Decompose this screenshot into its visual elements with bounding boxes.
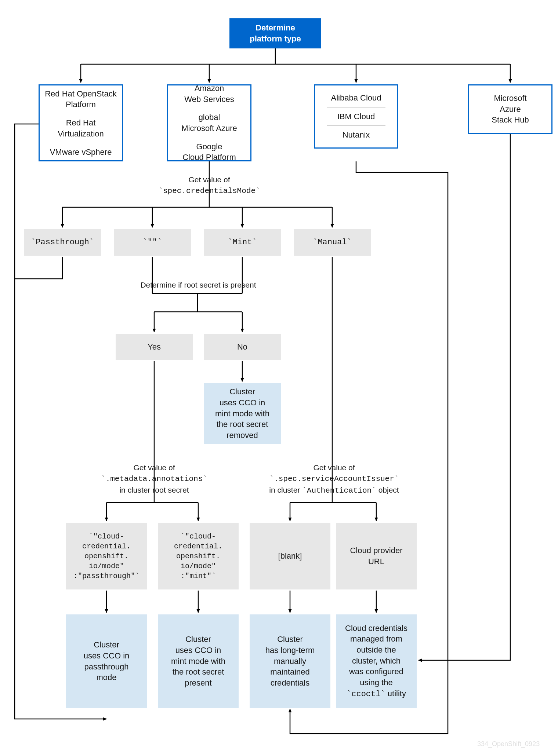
platform-other-0: Alibaba Cloud bbox=[331, 92, 381, 103]
platform-box-azurestack: Microsoft Azure Stack Hub bbox=[468, 84, 552, 134]
credmode-code: `spec.credentialsMode` bbox=[158, 187, 260, 195]
platform-cloud-2: Google Cloud Platform bbox=[182, 141, 236, 163]
platform-onprem-2: VMware vSphere bbox=[50, 147, 112, 158]
rootsecret-no-label: No bbox=[237, 342, 247, 353]
result-mint-present: Cluster uses CCO in mint mode with the r… bbox=[158, 614, 239, 708]
start-label: Determine platform type bbox=[250, 22, 301, 44]
result-mint-removed-text: Cluster uses CCO in mint mode with the r… bbox=[215, 386, 269, 441]
mode-empty-label: `""` bbox=[143, 237, 162, 248]
annotations-post: in cluster root secret bbox=[119, 486, 189, 494]
issuer-url-text: Cloud provider URL bbox=[350, 545, 402, 567]
rootsecret-yes: Yes bbox=[116, 334, 193, 360]
result-ccoctl-code: `ccoctl` bbox=[347, 690, 385, 699]
result-longterm: Cluster has long-term manually maintaine… bbox=[250, 614, 330, 708]
issuer-pre: Get value of bbox=[313, 463, 355, 472]
mode-empty: `""` bbox=[114, 229, 191, 256]
mode-manual-label: `Manual` bbox=[313, 237, 352, 248]
annot-mint-text: `"cloud- credential. openshift. io/mode"… bbox=[174, 532, 222, 581]
issuer-url: Cloud provider URL bbox=[336, 523, 417, 589]
mode-passthrough: `Passthrough` bbox=[24, 229, 101, 256]
result-mint-removed: Cluster uses CCO in mint mode with the r… bbox=[204, 383, 281, 444]
start-node: Determine platform type bbox=[229, 18, 321, 48]
platform-cloud-1: global Microsoft Azure bbox=[181, 112, 237, 134]
rootsecret-label: Determine if root secret is present bbox=[121, 280, 275, 290]
result-ccoctl-post: utility bbox=[385, 689, 406, 698]
mode-mint: `Mint` bbox=[204, 229, 281, 256]
credmode-label: Get value of `spec.credentialsMode` bbox=[147, 174, 272, 197]
result-longterm-text: Cluster has long-term manually maintaine… bbox=[265, 634, 315, 688]
issuer-blank: [blank] bbox=[250, 523, 330, 589]
platform-cloud-0: Amazon Web Services bbox=[184, 83, 234, 105]
annot-passthrough-text: `"cloud- credential. openshift. io/mode"… bbox=[73, 532, 140, 581]
platform-box-onprem: Red Hat OpenStack Platform Red Hat Virtu… bbox=[39, 84, 123, 161]
rootsecret-text: Determine if root secret is present bbox=[140, 281, 256, 289]
platform-azurestack: Microsoft Azure Stack Hub bbox=[492, 93, 529, 125]
watermark: 334_OpenShift_0923 bbox=[477, 740, 540, 748]
issuer-blank-text: [blank] bbox=[278, 551, 302, 562]
rootsecret-yes-label: Yes bbox=[148, 342, 161, 353]
issuer-post-code: `Authentication` bbox=[302, 486, 376, 495]
annot-passthrough: `"cloud- credential. openshift. io/mode"… bbox=[66, 523, 147, 589]
result-mint-present-text: Cluster uses CCO in mint mode with the r… bbox=[171, 634, 225, 688]
mode-mint-label: `Mint` bbox=[228, 237, 257, 248]
result-passthrough: Cluster uses CCO in passthrough mode bbox=[66, 614, 147, 708]
platform-box-cloud: Amazon Web Services global Microsoft Azu… bbox=[167, 84, 251, 161]
platform-onprem-1: Red Hat Virtualization bbox=[44, 117, 117, 139]
result-passthrough-text: Cluster uses CCO in passthrough mode bbox=[84, 639, 130, 683]
platform-other-2: Nutanix bbox=[343, 129, 370, 140]
annotations-label: Get value of `.metadata.annotations` in … bbox=[86, 462, 222, 495]
annotations-pre: Get value of bbox=[133, 463, 175, 472]
rootsecret-no: No bbox=[204, 334, 281, 360]
issuer-post-1: in cluster bbox=[269, 486, 302, 494]
issuer-post-2: object bbox=[376, 486, 399, 494]
annotations-code: `.metadata.annotations` bbox=[101, 475, 207, 483]
result-ccoctl: Cloud credentials managed from outside t… bbox=[336, 614, 417, 708]
mode-passthrough-label: `Passthrough` bbox=[31, 237, 94, 248]
mode-manual: `Manual` bbox=[294, 229, 371, 256]
issuer-label: Get value of `.spec.serviceAccountIssuer… bbox=[255, 462, 413, 496]
result-ccoctl-pre: Cloud credentials managed from outside t… bbox=[345, 623, 407, 688]
issuer-code: `.spec.serviceAccountIssuer` bbox=[269, 475, 399, 483]
platform-box-other: Alibaba Cloud IBM Cloud Nutanix bbox=[314, 84, 398, 149]
platform-onprem-0: Red Hat OpenStack Platform bbox=[44, 88, 117, 110]
credmode-pre: Get value of bbox=[188, 175, 230, 184]
platform-other-1: IBM Cloud bbox=[337, 111, 375, 122]
flowchart-canvas: Determine platform type Red Hat OpenStac… bbox=[0, 0, 558, 756]
annot-mint: `"cloud- credential. openshift. io/mode"… bbox=[158, 523, 239, 589]
